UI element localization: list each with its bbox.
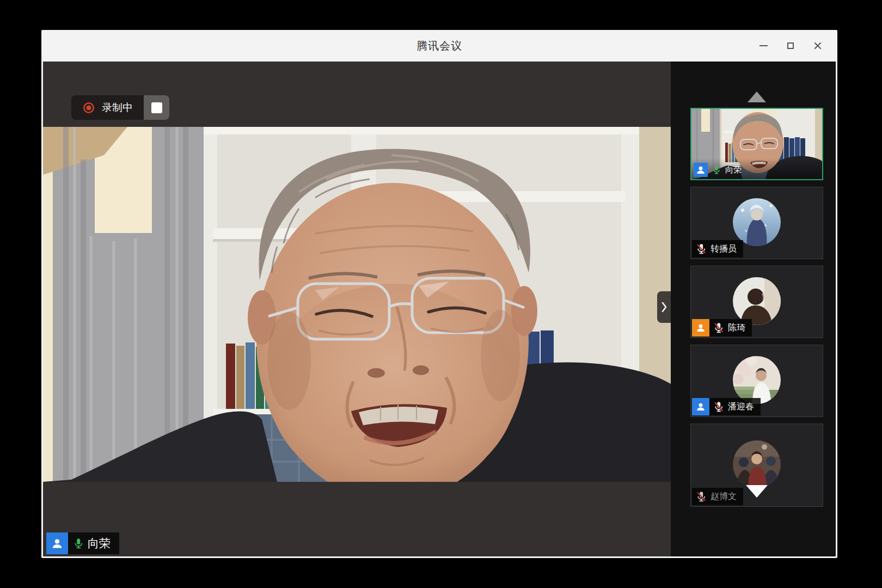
minimize-button[interactable] <box>758 41 768 51</box>
participant-name: 潘迎春 <box>728 401 754 413</box>
speaker-name-tag: 向荣 <box>46 532 119 554</box>
collapse-panel-button[interactable] <box>657 291 671 323</box>
participant-avatar <box>733 277 781 325</box>
participant-label: 赵博文 <box>692 488 743 505</box>
participant-label: 潘迎春 <box>692 398 761 415</box>
stop-recording-button[interactable] <box>144 95 169 120</box>
mic-muted-icon <box>713 401 725 413</box>
mic-muted-icon <box>695 491 707 503</box>
maximize-icon <box>787 42 794 49</box>
participant-tile[interactable]: 转播员 <box>690 187 823 259</box>
title-bar[interactable]: 腾讯会议 <box>43 30 836 62</box>
meeting-content: 录制中 <box>43 62 836 556</box>
scroll-up-icon[interactable] <box>748 91 766 102</box>
stop-icon <box>151 102 162 113</box>
speaker-video-frame <box>43 127 671 482</box>
participant-tile-active[interactable]: 向荣 <box>690 108 823 180</box>
participant-tile[interactable]: 潘迎春 <box>690 345 823 417</box>
chevron-right-icon <box>660 299 668 315</box>
participant-name: 陈琦 <box>728 322 745 334</box>
main-video-area: 录制中 <box>43 62 671 556</box>
participant-avatar <box>733 198 781 246</box>
recording-pill: 录制中 <box>71 95 169 120</box>
speaker-name-strip: 向荣 <box>68 532 119 554</box>
participant-avatar <box>733 356 781 404</box>
scroll-down-icon[interactable] <box>746 485 768 498</box>
participant-name: 转播员 <box>710 243 737 255</box>
mic-on-icon <box>712 165 721 175</box>
participant-name: 向荣 <box>725 165 742 175</box>
recording-status: 录制中 <box>71 95 144 120</box>
participant-badge-icon <box>692 319 709 336</box>
participants-panel: 向荣 <box>671 62 836 556</box>
participant-name: 赵博文 <box>710 491 737 503</box>
window-controls <box>758 30 823 62</box>
participant-avatar <box>733 440 781 488</box>
mic-muted-icon <box>695 243 707 255</box>
speaker-video <box>43 127 671 482</box>
maximize-button[interactable] <box>786 41 795 51</box>
meeting-window: 腾讯会议 录制中 <box>41 30 837 558</box>
mic-muted-icon <box>713 322 725 334</box>
speaker-badge-icon <box>46 532 68 554</box>
close-icon <box>813 41 822 50</box>
participant-badge-icon <box>694 163 708 177</box>
participant-label: 陈琦 <box>692 319 752 336</box>
window-title: 腾讯会议 <box>416 39 462 53</box>
close-button[interactable] <box>813 41 823 51</box>
speaker-name: 向荣 <box>88 536 111 551</box>
participant-badge-icon <box>692 398 709 415</box>
participant-overlay: 向荣 <box>694 163 742 177</box>
minimize-icon <box>759 45 768 46</box>
record-icon <box>82 101 95 114</box>
participant-tile[interactable]: 陈琦 <box>690 266 823 338</box>
recording-label: 录制中 <box>102 101 133 115</box>
mic-on-icon <box>72 537 84 549</box>
participant-label: 转播员 <box>692 240 743 258</box>
